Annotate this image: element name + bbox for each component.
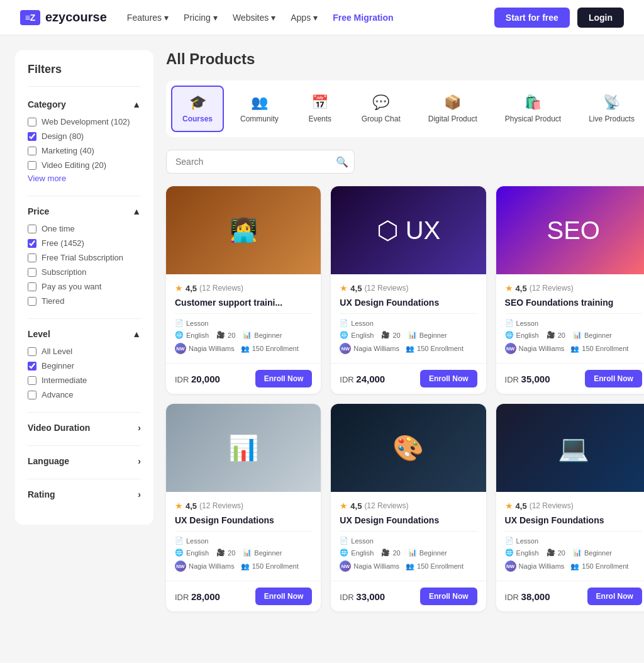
filter-item[interactable]: Design (80): [28, 131, 141, 141]
course-card: 📊 ★ 4,5 (12 Reviews) UX Design Foundatio…: [166, 404, 321, 611]
tab-group-chat[interactable]: 💬 Group Chat: [350, 86, 412, 132]
nav-apps[interactable]: Apps ▾: [291, 13, 318, 23]
login-button[interactable]: Login: [577, 8, 624, 28]
price-value: 35,000: [521, 374, 550, 384]
enrollment-info: 👥 150 Enrollment: [406, 562, 464, 571]
filter-item[interactable]: Video Editing (20): [28, 160, 141, 170]
lesson-icon: 📄: [505, 537, 514, 545]
checkbox-free-trial[interactable]: [28, 254, 36, 262]
checkbox-marketing[interactable]: [28, 147, 36, 155]
enroll-button[interactable]: Enrol Now: [587, 588, 642, 605]
nav-free-migration[interactable]: Free Migration: [333, 13, 393, 23]
course-footer: IDR 24,000 Enroll Now: [331, 363, 486, 394]
enroll-button[interactable]: Enroll Now: [585, 370, 642, 387]
tab-digital-product[interactable]: 📦 Digital Product: [417, 86, 489, 132]
course-rating: ★ 4,5 (12 Reviews): [505, 283, 642, 293]
price-value: 28,000: [191, 591, 220, 602]
course-level: 📊 Beginner: [243, 331, 282, 339]
enrollment-info: 👥 150 Enrollment: [406, 345, 464, 353]
filter-item[interactable]: One time: [28, 224, 141, 233]
filter-level-header[interactable]: Level ▲: [28, 329, 141, 339]
instructor-info: NW Nagia Williams: [175, 560, 235, 572]
tab-courses[interactable]: 🎓 Courses: [171, 86, 224, 132]
course-instructor-row: NW Nagia Williams 👥 150 Enrollment: [175, 343, 312, 354]
physical-product-icon: 🛍️: [525, 94, 541, 111]
tab-events[interactable]: 📅 Events: [295, 86, 345, 132]
filter-rating-header[interactable]: Rating ›: [28, 489, 141, 499]
nav-pricing[interactable]: Pricing ▾: [184, 13, 218, 23]
checkbox-one-time[interactable]: [28, 225, 36, 233]
checkbox-web-dev[interactable]: [28, 118, 36, 126]
filter-category: Category ▲ Web Development (102) Design …: [28, 99, 141, 183]
lesson-type: 📄 Lesson: [175, 537, 208, 545]
checkbox-all-level[interactable]: [28, 347, 36, 356]
checkbox-beginner[interactable]: [28, 362, 36, 370]
filter-item[interactable]: Marketing (40): [28, 146, 141, 155]
filter-video-duration-header[interactable]: Video Duration ›: [28, 423, 141, 433]
logo[interactable]: ≡Z ezycourse: [20, 10, 107, 25]
filter-price-label: Price: [28, 206, 49, 216]
enroll-button[interactable]: Enroll Now: [255, 588, 313, 605]
enroll-button[interactable]: Enroll Now: [420, 588, 477, 605]
checkbox-tiered[interactable]: [28, 297, 36, 306]
course-card: SEO ★ 4,5 (12 Reviews) SEO Foundations t…: [496, 186, 644, 394]
divider: [28, 318, 141, 319]
enroll-button[interactable]: Enroll Now: [255, 370, 313, 387]
instructor-name: Nagia Williams: [189, 345, 235, 352]
instructor-name: Nagia Williams: [353, 345, 399, 352]
course-thumbnail: 📊: [166, 404, 321, 492]
course-footer: IDR 38,000 Enrol Now: [496, 581, 644, 611]
enrollment-info: 👥 150 Enrollment: [570, 345, 628, 353]
checkbox-video-editing[interactable]: [28, 161, 36, 170]
rating-reviews: (12 Reviews): [530, 284, 574, 292]
courses-icon: 🎓: [189, 94, 206, 111]
filter-item[interactable]: Beginner: [28, 361, 141, 370]
filter-rating-label: Rating: [28, 489, 55, 499]
filter-item[interactable]: Tiered: [28, 296, 141, 306]
filter-item[interactable]: Advance: [28, 390, 141, 399]
nav-features[interactable]: Features ▾: [127, 13, 169, 23]
filter-language-header[interactable]: Language ›: [28, 456, 141, 466]
view-more-link[interactable]: View more: [28, 174, 66, 183]
course-price: IDR 33,000: [340, 591, 385, 602]
tab-live-products[interactable]: 📡 Live Products: [577, 86, 644, 132]
course-language: 🌐 English: [340, 549, 374, 557]
instructor-name: Nagia Williams: [189, 562, 235, 570]
lesson-type: 📄 Lesson: [340, 537, 373, 545]
filter-item[interactable]: All Level: [28, 347, 141, 356]
course-meta-row: 📄 Lesson: [340, 537, 477, 545]
search-input[interactable]: [166, 150, 355, 174]
rating-reviews: (12 Reviews): [199, 284, 243, 292]
start-for-free-button[interactable]: Start for free: [494, 8, 570, 28]
filter-category-header[interactable]: Category ▲: [28, 99, 141, 109]
price-currency: IDR: [505, 375, 519, 384]
filter-item[interactable]: Web Development (102): [28, 117, 141, 126]
category-tabs: 🎓 Courses 👥 Community 📅 Events 💬 Group C…: [166, 81, 644, 137]
checkbox-design[interactable]: [28, 132, 36, 141]
checkbox-intermediate[interactable]: [28, 376, 36, 385]
filter-item[interactable]: Free Trial Subscription: [28, 253, 141, 262]
filter-item[interactable]: Subscription: [28, 267, 141, 277]
tab-community[interactable]: 👥 Community: [229, 86, 290, 132]
live-products-icon: 📡: [603, 94, 620, 111]
tab-physical-product[interactable]: 🛍️ Physical Product: [494, 86, 572, 132]
nav-websites[interactable]: Websites ▾: [233, 13, 275, 23]
course-meta-row: 📄 Lesson: [175, 319, 312, 327]
filter-item[interactable]: Free (1452): [28, 238, 141, 248]
course-footer: IDR 35,000 Enroll Now: [496, 363, 644, 394]
checkbox-advance[interactable]: [28, 391, 36, 399]
main-content: All Products 🎓 Courses 👥 Community 📅 Eve…: [166, 50, 644, 611]
divider: [175, 531, 312, 532]
avatar: NW: [340, 343, 351, 354]
filter-price-header[interactable]: Price ▲: [28, 206, 141, 216]
filter-item[interactable]: Intermediate: [28, 376, 141, 385]
filter-item[interactable]: Pay as you want: [28, 282, 141, 291]
enroll-button[interactable]: Enroll Now: [420, 370, 477, 387]
rating-reviews: (12 Reviews): [364, 284, 408, 292]
checkbox-free[interactable]: [28, 239, 36, 248]
course-thumbnail: 🎨: [331, 404, 486, 492]
chevron-down-icon: ▾: [213, 13, 218, 23]
checkbox-subscription[interactable]: [28, 268, 36, 277]
enrollment-icon: 👥: [241, 562, 250, 571]
checkbox-pay-as-you-want[interactable]: [28, 282, 36, 291]
